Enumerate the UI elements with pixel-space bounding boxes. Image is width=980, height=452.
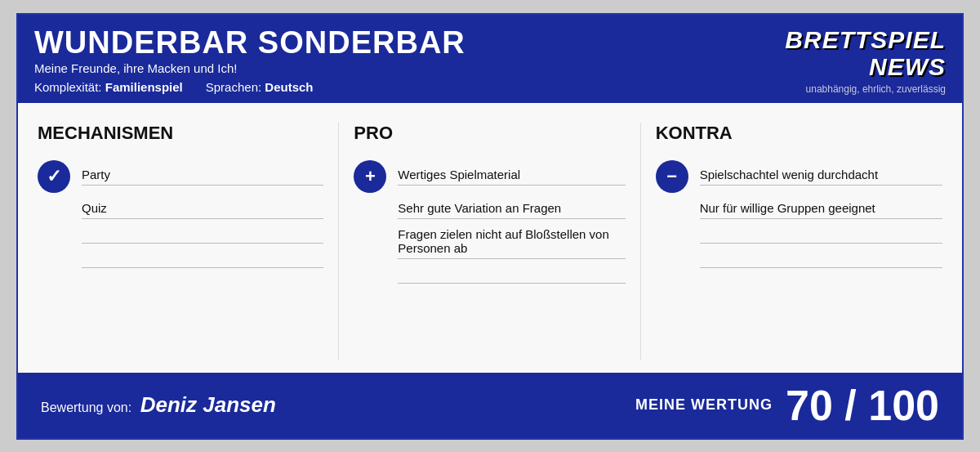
empty-line	[82, 227, 323, 244]
list-item: Spielschachtel wenig durchdacht	[656, 160, 942, 193]
logo-text: BRETTSPIEL NEWS	[785, 26, 946, 80]
item-text: Sehr gute Variation an Fragen	[398, 201, 625, 219]
complexity-value: Familienspiel	[105, 80, 183, 94]
kontra-section: KONTRA Spielschachtel wenig durchdacht N…	[641, 123, 942, 360]
mechanismen-section: MECHANISMEN Party Quiz	[38, 123, 339, 360]
item-text: Nur für willige Gruppen geeignet	[700, 201, 942, 219]
rating-field: MEINE WERTUNG 70 / 100	[635, 384, 939, 427]
list-item: Wertiges Spielmaterial	[354, 160, 625, 193]
empty-line	[82, 252, 323, 268]
reviewer-field: Bewertung von: Deniz Jansen	[41, 392, 276, 418]
item-text: Quiz	[82, 201, 323, 219]
reviewer-name: Deniz Jansen	[140, 392, 276, 417]
list-item: Party	[38, 160, 323, 193]
kontra-title: KONTRA	[656, 123, 942, 144]
empty-line	[700, 227, 942, 244]
header: WUNDERBAR SONDERBAR Meine Freunde, ihre …	[18, 15, 962, 103]
language-value: Deutsch	[265, 80, 313, 94]
empty-line	[700, 252, 942, 268]
reviewer-label: Bewertung von:	[41, 401, 131, 414]
game-subtitle: Meine Freunde, ihre Macken und Ich!	[34, 61, 466, 75]
empty-line	[398, 267, 625, 284]
footer: Bewertung von: Deniz Jansen MEINE WERTUN…	[18, 373, 962, 438]
card: WUNDERBAR SONDERBAR Meine Freunde, ihre …	[16, 13, 964, 440]
pro-section: PRO Wertiges Spielmaterial Sehr gute Var…	[339, 123, 640, 360]
logo: BRETTSPIEL NEWS unabhängig, ehrlich, zuv…	[785, 26, 946, 95]
language-field: Sprachen: Deutsch	[206, 80, 314, 94]
item-text: Party	[82, 168, 323, 186]
item-text: Fragen zielen nicht auf Bloßstellen von …	[398, 227, 625, 259]
pro-title: PRO	[354, 123, 625, 144]
check-icon	[38, 160, 70, 193]
header-meta: Komplexität: Familienspiel Sprachen: Deu…	[34, 80, 466, 94]
logo-tagline: unabhängig, ehrlich, zuverlässig	[785, 83, 946, 95]
plus-icon	[354, 160, 386, 193]
language-label: Sprachen:	[206, 80, 261, 94]
complexity-label: Komplexität:	[34, 80, 102, 94]
mechanismen-title: MECHANISMEN	[38, 123, 323, 144]
complexity-field: Komplexität: Familienspiel	[34, 80, 183, 94]
item-text: Spielschachtel wenig durchdacht	[700, 168, 942, 186]
game-title: WUNDERBAR SONDERBAR	[34, 26, 466, 60]
rating-label: MEINE WERTUNG	[635, 396, 773, 414]
minus-icon	[656, 160, 688, 193]
rating-value: 70 / 100	[786, 384, 939, 427]
main-content: MECHANISMEN Party Quiz PRO	[18, 103, 962, 373]
header-left: WUNDERBAR SONDERBAR Meine Freunde, ihre …	[34, 26, 466, 95]
item-text: Wertiges Spielmaterial	[398, 168, 625, 186]
